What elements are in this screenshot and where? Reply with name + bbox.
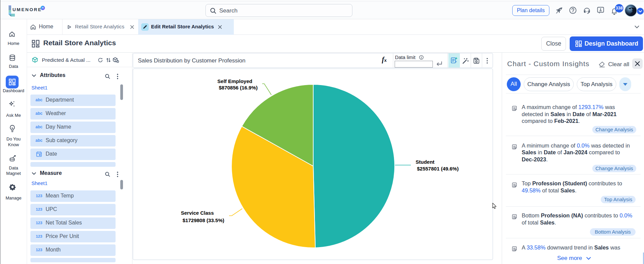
svg-text:Service Class: Service Class [181,210,214,216]
svg-text:$2557801 (49.6%): $2557801 (49.6%) [417,166,459,171]
svg-text:$870856 (16.9%): $870856 (16.9%) [219,85,257,90]
svg-text:$1729808 (33.5%): $1729808 (33.5%) [182,217,224,223]
svg-text:Student: Student [416,159,435,165]
svg-text:Self Employed: Self Employed [217,78,252,84]
